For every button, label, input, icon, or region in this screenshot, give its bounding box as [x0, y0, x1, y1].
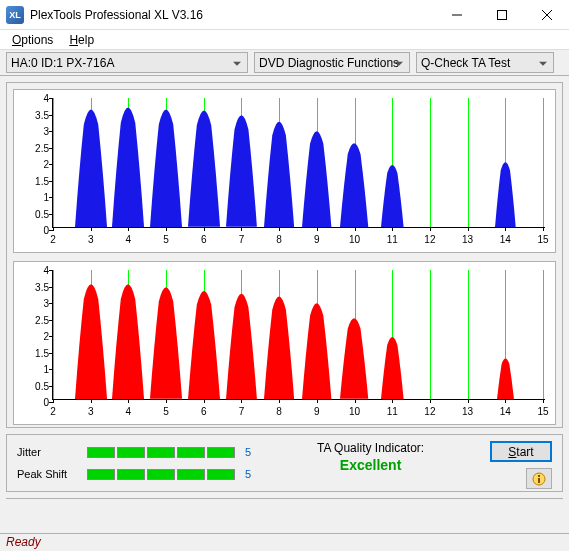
peakshift-bars: [87, 469, 235, 480]
window-title: PlexTools Professional XL V3.16: [30, 8, 434, 22]
jitter-row: Jitter 5: [17, 446, 251, 458]
jitter-label: Jitter: [17, 446, 81, 458]
chart-top: 00.511.522.533.5423456789101112131415: [13, 89, 556, 253]
minimize-button[interactable]: [434, 0, 479, 29]
close-button[interactable]: [524, 0, 569, 29]
category-select[interactable]: DVD Diagnostic Functions: [254, 52, 410, 73]
chart-bottom: 00.511.522.533.5423456789101112131415: [13, 261, 556, 425]
titlebar: XL PlexTools Professional XL V3.16: [0, 0, 569, 30]
statusbar: Ready: [0, 533, 569, 551]
test-select[interactable]: Q-Check TA Test: [416, 52, 554, 73]
jitter-value: 5: [245, 446, 251, 458]
svg-rect-5: [538, 475, 540, 477]
jitter-bars: [87, 447, 235, 458]
info-icon: [532, 472, 546, 486]
peakshift-value: 5: [245, 468, 251, 480]
peakshift-label: Peak Shift: [17, 468, 81, 480]
start-button[interactable]: Start: [490, 441, 552, 462]
peakshift-row: Peak Shift 5: [17, 468, 251, 480]
app-icon: XL: [6, 6, 24, 24]
quality-indicator: TA Quality Indicator: Excellent: [317, 441, 424, 473]
chart-panel: 00.511.522.533.5423456789101112131415 00…: [6, 82, 563, 428]
toolbar: HA:0 ID:1 PX-716A DVD Diagnostic Functio…: [0, 50, 569, 76]
drive-select[interactable]: HA:0 ID:1 PX-716A: [6, 52, 248, 73]
menu-options[interactable]: Options: [4, 31, 61, 49]
svg-rect-6: [538, 478, 540, 483]
menu-help[interactable]: Help: [61, 31, 102, 49]
info-button[interactable]: [526, 468, 552, 489]
footer-panel: Jitter 5 Peak Shift 5 TA Quality Indicat…: [6, 434, 563, 492]
separator: [6, 498, 563, 502]
svg-rect-1: [497, 10, 506, 19]
menubar: Options Help: [0, 30, 569, 50]
maximize-button[interactable]: [479, 0, 524, 29]
